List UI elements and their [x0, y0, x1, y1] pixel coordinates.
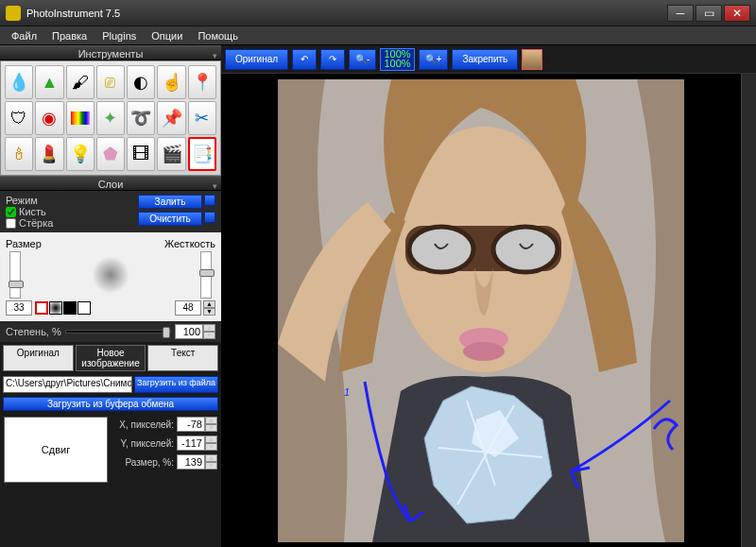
zoom-out-button[interactable]: 🔍-: [349, 49, 376, 70]
tool-tape-icon[interactable]: 🎞: [127, 137, 155, 171]
original-button[interactable]: Оригинал: [225, 49, 288, 70]
app-icon: [6, 6, 21, 21]
tool-scissors-icon[interactable]: ✂: [188, 101, 216, 135]
tab-original[interactable]: Оригинал: [3, 345, 74, 371]
x-spinner[interactable]: ▲▼: [205, 417, 217, 432]
y-spinner[interactable]: ▲▼: [205, 436, 217, 451]
tool-dodge-icon[interactable]: ◐: [127, 65, 155, 99]
degree-spinner[interactable]: ▲▼: [203, 324, 215, 339]
tool-candle-icon[interactable]: 🕯: [5, 137, 33, 171]
image-thumbnail[interactable]: [522, 49, 542, 70]
size-value[interactable]: 33: [6, 300, 32, 316]
sidebar: Инструменты ▾ 💧 ▲ 🖌 ⎚ ◐ ☝ 📍 🛡 ◉ ✦ ➰ 📌 ✂ …: [0, 45, 221, 547]
menu-plugins[interactable]: Plugins: [94, 28, 144, 43]
load-clipboard-button[interactable]: Загрузить из буфера обмена: [3, 397, 218, 411]
zoom-percent: 100%100%: [380, 48, 414, 71]
menu-edit[interactable]: Правка: [44, 28, 94, 43]
tab-new-image[interactable]: Новое изображение: [76, 345, 146, 371]
tools-panel-header: Инструменты ▾: [0, 45, 221, 60]
params-panel: Сдвиг X, пикселей:▲▼ Y, пикселей:▲▼ Разм…: [0, 413, 221, 487]
close-button[interactable]: ✕: [724, 5, 750, 22]
size-spinner[interactable]: ▲▼: [205, 454, 217, 470]
redo-button[interactable]: ↷: [320, 49, 345, 70]
tool-grid: 💧 ▲ 🖌 ⎚ ◐ ☝ 📍 🛡 ◉ ✦ ➰ 📌 ✂ 🕯 💄 💡 ⬟ 🎞 🎬 📑: [0, 60, 221, 176]
menu-help[interactable]: Помощь: [190, 28, 246, 43]
layers-panel: Режим Кисть Стёрка Залить Очистить: [0, 191, 221, 232]
menu-file[interactable]: Файл: [4, 28, 44, 43]
tool-layers-icon[interactable]: 📑: [188, 137, 216, 171]
tab-text[interactable]: Текст: [147, 345, 218, 371]
eraser-mode-checkbox[interactable]: Стёрка: [6, 217, 134, 229]
vertical-scrollbar[interactable]: [741, 74, 756, 547]
degree-label: Степень, %: [6, 326, 61, 337]
source-tabs: Оригинал Новое изображение Текст: [0, 342, 221, 374]
y-label: Y, пикселей:: [121, 438, 174, 449]
swatch-black[interactable]: [63, 301, 77, 315]
tool-lipstick-icon[interactable]: 💄: [35, 137, 63, 171]
main-area: Оригинал ↶ ↷ 🔍- 100%100% 🔍+ Закрепить: [221, 45, 756, 547]
size-slider[interactable]: [9, 251, 21, 299]
degree-value[interactable]: [175, 324, 203, 339]
window-titlebar: PhotoInstrument 7.5 ─ ▭ ✕: [0, 0, 756, 26]
hardness-label: Жесткость: [164, 238, 215, 249]
pin-button[interactable]: Закрепить: [452, 49, 518, 70]
photo-image: 1: [278, 79, 684, 542]
size-param-value[interactable]: [177, 454, 205, 470]
main-toolbar: Оригинал ↶ ↷ 🔍- 100%100% 🔍+ Закрепить: [221, 45, 756, 74]
mode-label: Режим: [6, 195, 134, 206]
shift-box[interactable]: Сдвиг: [4, 417, 108, 483]
tool-redeye-icon[interactable]: ◉: [35, 101, 63, 135]
tool-shield-icon[interactable]: 🛡: [5, 101, 33, 135]
tool-finger-icon[interactable]: ☝: [157, 65, 185, 99]
zoom-in-button[interactable]: 🔍+: [419, 49, 449, 70]
collapse-icon[interactable]: ▾: [213, 48, 217, 63]
canvas[interactable]: 1: [221, 74, 741, 547]
fill-option-button[interactable]: [204, 195, 215, 206]
svg-point-8: [463, 342, 505, 361]
load-file-button[interactable]: Загрузить из файла: [134, 376, 218, 393]
minimize-button[interactable]: ─: [667, 5, 694, 22]
tool-pin-icon[interactable]: 📍: [188, 65, 216, 99]
tool-eraser-icon[interactable]: ⬟: [96, 137, 125, 171]
hardness-slider[interactable]: [200, 251, 212, 299]
collapse-icon[interactable]: ▾: [213, 179, 217, 194]
tool-brush-icon[interactable]: 🖌: [66, 65, 94, 99]
brush-panel: Размер Жесткость 33: [0, 232, 221, 321]
brush-preview-icon: [92, 256, 129, 294]
swatch-soft[interactable]: [49, 301, 62, 315]
tool-bulb-icon[interactable]: 💡: [66, 137, 94, 171]
fill-button[interactable]: Залить: [138, 195, 202, 209]
x-value[interactable]: [177, 417, 205, 432]
menu-bar: Файл Правка Plugins Опции Помощь: [0, 26, 756, 45]
hardness-spinner[interactable]: ▲▼: [203, 300, 215, 316]
window-title: PhotoInstrument 7.5: [26, 8, 667, 19]
hardness-value[interactable]: 48: [175, 300, 201, 316]
undo-button[interactable]: ↶: [292, 49, 317, 70]
tool-stamp-icon[interactable]: ⎚: [96, 65, 125, 99]
svg-text:1: 1: [344, 386, 350, 398]
file-path-input[interactable]: C:\Users\друг\Pictures\Снимок: [3, 376, 132, 393]
y-value[interactable]: [177, 436, 205, 451]
tool-smudge-icon[interactable]: 💧: [5, 65, 33, 99]
swatch-extra[interactable]: [77, 301, 91, 315]
tool-pin2-icon[interactable]: 📌: [157, 101, 185, 135]
maximize-button[interactable]: ▭: [696, 5, 722, 22]
tool-sharpen-icon[interactable]: ▲: [35, 65, 63, 99]
tool-lasso-icon[interactable]: ➰: [127, 101, 155, 135]
x-label: X, пикселей:: [119, 419, 174, 430]
degree-row: Степень, % ▲▼: [0, 321, 221, 342]
layers-panel-header: Слои ▾: [0, 176, 221, 191]
tool-wand-icon[interactable]: ✦: [96, 101, 125, 135]
clear-option-button[interactable]: [204, 212, 215, 223]
menu-options[interactable]: Опции: [144, 28, 190, 43]
size-param-label: Размер, %:: [125, 457, 174, 468]
swatch-white[interactable]: [35, 301, 48, 315]
brush-mode-checkbox[interactable]: Кисть: [6, 206, 134, 217]
degree-slider[interactable]: [65, 330, 171, 333]
tool-gradient-icon[interactable]: [66, 101, 94, 135]
tool-film-icon[interactable]: 🎬: [157, 137, 185, 171]
clear-button[interactable]: Очистить: [138, 212, 202, 226]
size-label: Размер: [6, 238, 42, 249]
